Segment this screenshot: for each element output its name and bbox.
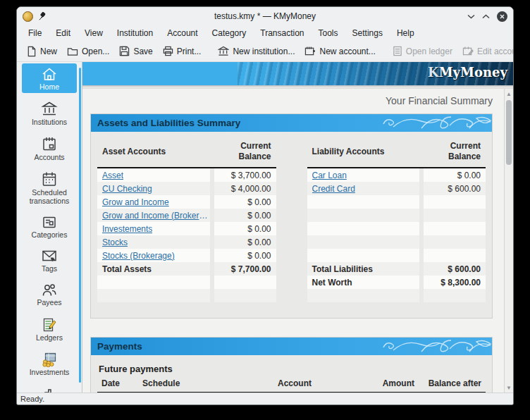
- ledgers-icon: [41, 317, 58, 333]
- summary-section-title: Assets and Liabilities Summary: [97, 118, 240, 128]
- menu-transaction[interactable]: Transaction: [253, 27, 311, 39]
- menu-account[interactable]: Account: [160, 27, 204, 39]
- menu-tools[interactable]: Tools: [312, 27, 345, 39]
- sidebar-item-reports[interactable]: Reports: [22, 383, 77, 393]
- print-button[interactable]: Print...: [158, 44, 207, 58]
- content-scrollbar[interactable]: ▲ ▼: [504, 89, 513, 393]
- open-folder-icon: [67, 47, 78, 56]
- menu-view[interactable]: View: [78, 27, 110, 39]
- table-row: Stocks (Brokerage)$ 0.00: [97, 249, 276, 262]
- new-document-icon: [26, 46, 37, 57]
- table-row-empty: [307, 209, 486, 222]
- status-bar: Ready.: [17, 393, 513, 404]
- balance-after-column-header: Balance after: [419, 378, 486, 388]
- sidebar-item-home[interactable]: Home: [22, 63, 77, 93]
- account-link[interactable]: Car Loan: [312, 171, 347, 180]
- sidebar-scrollbar[interactable]: [79, 68, 81, 383]
- payments-box: Payments Future payments: [90, 337, 493, 393]
- payees-icon: [41, 283, 58, 297]
- account-link[interactable]: Asset: [102, 171, 123, 180]
- menu-settings[interactable]: Settings: [345, 27, 390, 39]
- menu-institution[interactable]: Institution: [110, 27, 160, 39]
- save-floppy-icon: [119, 46, 130, 56]
- sidebar-item-ledgers[interactable]: Ledgers: [22, 314, 77, 344]
- table-row: Car Loan$ 0.00: [307, 168, 486, 182]
- account-link[interactable]: Credit Card: [312, 184, 355, 194]
- new-account-button[interactable]: New account...: [300, 44, 380, 58]
- status-text: Ready.: [20, 395, 44, 403]
- kmymoney-banner: KMyMoney: [82, 62, 513, 85]
- open-ledger-button[interactable]: Open ledger: [388, 44, 457, 58]
- payments-section-title: Payments: [97, 341, 142, 352]
- menu-file[interactable]: File: [21, 27, 49, 39]
- account-link[interactable]: Grow and Income (Brokerage): [102, 211, 210, 221]
- liability-balance-header: Current Balance: [424, 141, 486, 162]
- kmymoney-logo: KMyMoney: [428, 65, 507, 80]
- sidebar-item-categories[interactable]: Categories: [22, 212, 77, 241]
- table-row-empty: [97, 289, 276, 302]
- sidebar-item-investments[interactable]: Investments: [22, 349, 77, 378]
- amount-column-header: Amount: [359, 378, 419, 388]
- total-liabilities-row: Total Liabilities$ 600.00: [307, 262, 486, 276]
- table-row: Stocks$ 0.00: [97, 235, 276, 249]
- account-link[interactable]: CU Checking: [102, 184, 152, 194]
- edit-account-button[interactable]: Edit account...: [457, 44, 514, 58]
- table-gap: [276, 140, 307, 302]
- net-worth-row: Net Worth$ 8,300.00: [307, 276, 486, 289]
- window-title: testus.kmy * — KMyMoney: [17, 11, 513, 21]
- account-column-header: Account: [273, 378, 359, 388]
- open-button[interactable]: Open...: [62, 44, 114, 58]
- account-link[interactable]: Grow and Income: [102, 197, 169, 207]
- date-column-header: Date: [97, 378, 134, 388]
- assets-table: Asset Accounts Current Balance Asset$ 3,…: [97, 140, 276, 302]
- table-row-empty: [307, 195, 486, 209]
- liabilities-table: Liability Accounts Current Balance Car L…: [307, 140, 486, 302]
- sidebar-item-scheduled-transactions[interactable]: Scheduled transactions: [22, 168, 77, 207]
- close-button[interactable]: [497, 11, 507, 22]
- account-link[interactable]: Stocks (Brokerage): [102, 251, 175, 261]
- open-ledger-icon: [393, 46, 402, 56]
- liability-accounts-header: Liability Accounts: [307, 147, 424, 156]
- scrollbar-thumb[interactable]: [506, 100, 512, 165]
- menu-edit[interactable]: Edit: [49, 27, 78, 39]
- table-row: Grow and Income (Brokerage)$ 0.00: [97, 209, 276, 222]
- table-row-empty: [97, 276, 276, 289]
- new-button[interactable]: New: [21, 44, 62, 59]
- print-icon: [163, 46, 173, 56]
- maximize-button[interactable]: [482, 14, 490, 19]
- flourish-decoration: [379, 114, 492, 132]
- toolbar: New Open... Save Print... New institutio…: [17, 41, 513, 62]
- table-row: Credit Card$ 600.00: [307, 182, 486, 195]
- table-row: Asset$ 3,700.00: [97, 168, 276, 182]
- sidebar-item-accounts[interactable]: Accounts: [22, 133, 77, 163]
- table-row-empty: [307, 289, 486, 302]
- account-link[interactable]: Investements: [102, 224, 152, 234]
- view-sidebar: Home Institutions Accounts Scheduled tra…: [17, 62, 82, 393]
- new-institution-button[interactable]: New institution...: [213, 44, 300, 58]
- scroll-down-arrow[interactable]: ▼: [505, 383, 513, 392]
- sidebar-item-institutions[interactable]: Institutions: [22, 98, 77, 128]
- save-button[interactable]: Save: [114, 44, 157, 58]
- payments-header-row: Date Schedule Account Amount Balance aft…: [97, 378, 486, 393]
- minimize-button[interactable]: [467, 14, 475, 19]
- sidebar-item-payees[interactable]: Payees: [22, 280, 77, 309]
- scroll-up-arrow[interactable]: ▲: [505, 89, 513, 98]
- account-link[interactable]: Stocks: [102, 237, 128, 247]
- sidebar-item-tags[interactable]: Tags: [22, 246, 77, 275]
- asset-accounts-header: Asset Accounts: [97, 147, 214, 156]
- home-icon: [41, 66, 58, 82]
- home-view: KMyMoney Your Financial Summary Assets a…: [82, 62, 513, 393]
- menu-bar: File Edit View Institution Account Categ…: [17, 25, 513, 41]
- menu-help[interactable]: Help: [390, 27, 421, 39]
- asset-balance-header: Current Balance: [214, 141, 276, 162]
- total-assets-row: Total Assets$ 7,700.00: [97, 262, 276, 276]
- reports-icon: [41, 386, 58, 393]
- investments-icon: [41, 352, 58, 367]
- edit-account-icon: [462, 46, 474, 56]
- table-row-empty: [307, 222, 486, 235]
- menu-category[interactable]: Category: [205, 27, 254, 39]
- table-row: Investements$ 0.00: [97, 222, 276, 235]
- flourish-decoration: [379, 338, 492, 355]
- table-row: Grow and Income$ 0.00: [97, 195, 276, 209]
- tags-icon: [41, 249, 58, 264]
